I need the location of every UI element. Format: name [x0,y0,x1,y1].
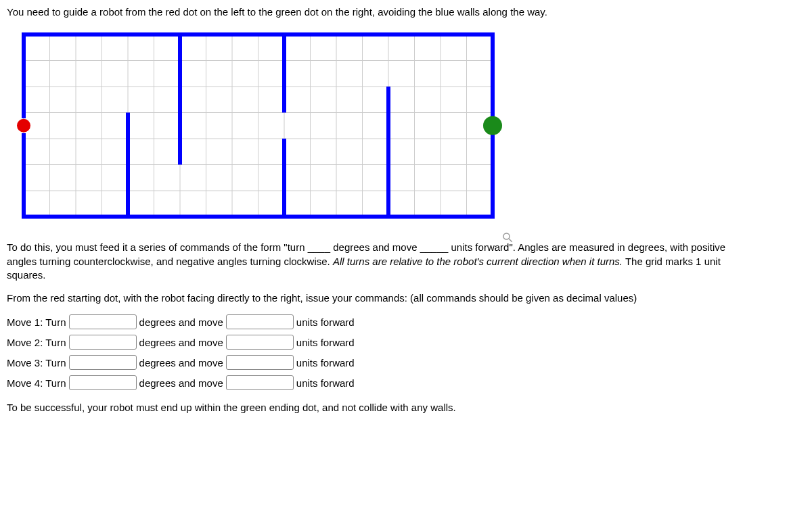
move-label: Move 2: Turn [7,337,66,348]
moves-list: Move 1: Turn degrees and move units forw… [7,314,751,390]
move-mid: degrees and move [139,357,223,369]
prompt-text: From the red starting dot, with the robo… [7,291,751,305]
move-label: Move 3: Turn [7,357,66,369]
distance-input[interactable] [226,335,294,350]
maze-diagram [7,31,504,234]
move-row: Move 4: Turn degrees and move units forw… [7,375,751,390]
explanation-text: To do this, you must feed it a series of… [7,241,751,282]
distance-input[interactable] [226,355,294,370]
move-end: units forward [296,377,355,389]
move-mid: degrees and move [139,316,223,328]
turn-input[interactable] [69,355,137,370]
svg-line-39 [509,239,512,243]
distance-input[interactable] [226,375,294,390]
move-label: Move 4: Turn [7,377,66,389]
footer-text: To be successful, your robot must end up… [7,401,751,414]
move-row: Move 1: Turn degrees and move units forw… [7,314,751,329]
distance-input[interactable] [226,314,294,329]
move-end: units forward [296,357,355,369]
turn-input[interactable] [69,335,137,350]
turn-input[interactable] [69,314,137,329]
move-row: Move 2: Turn degrees and move units forw… [7,335,751,350]
move-mid: degrees and move [139,337,223,348]
move-end: units forward [296,337,355,348]
maze-svg [7,31,504,231]
end-dot [483,116,502,135]
move-mid: degrees and move [139,377,223,389]
svg-point-38 [503,233,510,239]
move-row: Move 3: Turn degrees and move units forw… [7,355,751,370]
turn-input[interactable] [69,375,137,390]
move-end: units forward [296,316,355,328]
magnify-icon[interactable] [501,231,514,243]
start-dot [17,119,30,133]
intro-text: You need to guide a robot from the red d… [7,5,751,19]
move-label: Move 1: Turn [7,316,66,328]
